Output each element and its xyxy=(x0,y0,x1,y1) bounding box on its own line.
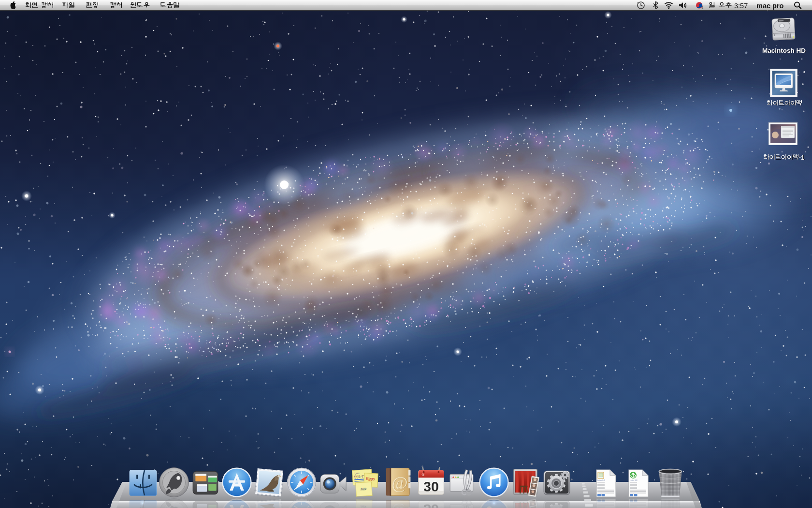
svg-text:Milk: Milk xyxy=(361,487,367,491)
svg-text:Eggs: Eggs xyxy=(366,477,375,481)
svg-text:2: 2 xyxy=(702,6,704,9)
svg-text:@: @ xyxy=(392,473,407,493)
svg-text:Letter 6-8: Letter 6-8 xyxy=(597,479,605,481)
svg-text:Macintosh HD: Macintosh HD xyxy=(762,47,806,54)
svg-text:3:57: 3:57 xyxy=(734,2,748,10)
svg-text:mac pro: mac pro xyxy=(756,2,784,10)
svg-text:Letter 6-8: Letter 6-8 xyxy=(630,479,637,481)
svg-text:@: @ xyxy=(392,503,407,508)
svg-text:Milk: Milk xyxy=(361,505,367,508)
